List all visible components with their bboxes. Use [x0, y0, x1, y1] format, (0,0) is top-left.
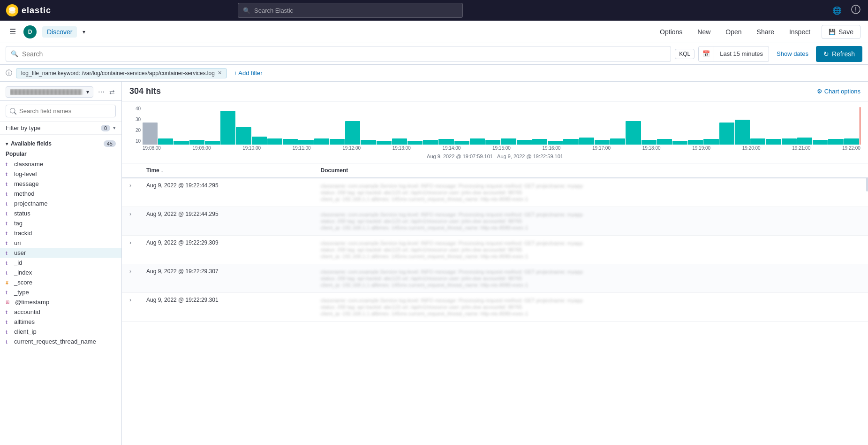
index-selector[interactable]: ██████████████████ ▾ — [6, 86, 93, 98]
field-trackid[interactable]: t trackid — [0, 228, 121, 238]
user-icon-button[interactable] — [849, 3, 862, 18]
kql-label: KQL — [679, 51, 690, 57]
field-uri[interactable]: t uri — [0, 238, 121, 248]
field-method[interactable]: t method — [0, 189, 121, 199]
available-fields-header: ▾ Available fields 45 — [0, 138, 121, 149]
filter-type-row: Filter by type 0 ▾ — [0, 122, 121, 135]
field-type-icon: t — [6, 161, 11, 167]
field-timestamp[interactable]: ⊞ @timestamp — [0, 297, 121, 307]
chart-bar — [750, 138, 765, 145]
table-area: Time ↓ Document ›Aug 9, 2022 @ 19:22:44.… — [122, 163, 868, 445]
filter-chip: log_file_name.keyword: /var/log/containe… — [16, 68, 227, 78]
field-alltimes[interactable]: t alltimes — [0, 317, 121, 327]
chart-y-label-30: 30 — [129, 117, 141, 122]
chart-bar — [392, 138, 407, 145]
filter-info-icon[interactable]: ⓘ — [6, 69, 12, 77]
add-filter-button[interactable]: + Add filter — [231, 69, 265, 77]
search-input[interactable] — [22, 50, 666, 58]
field-type-icon: t — [6, 329, 11, 335]
expand-row-button[interactable]: › — [129, 268, 131, 275]
kql-badge-button[interactable]: KQL — [675, 49, 694, 59]
new-button[interactable]: New — [694, 26, 714, 38]
globe-icon-button[interactable]: 🌐 — [830, 4, 844, 17]
discover-chevron-button[interactable]: ▾ — [83, 29, 85, 35]
filter-chip-close[interactable]: ✕ — [218, 70, 222, 76]
chart-bar — [423, 140, 438, 145]
field-_id[interactable]: t _id — [0, 258, 121, 268]
chart-bar — [532, 139, 547, 145]
expand-row-button[interactable]: › — [129, 239, 131, 246]
hamburger-button[interactable]: ☰ — [8, 25, 18, 38]
open-button[interactable]: Open — [722, 26, 745, 38]
discover-button[interactable]: Discover — [42, 26, 77, 38]
add-filter-label: + Add filter — [234, 69, 263, 77]
field-type-icon: t — [6, 211, 11, 216]
search-fields-input[interactable] — [6, 105, 116, 117]
chart-bar — [314, 138, 329, 145]
field-type-icon: t — [6, 309, 11, 315]
show-dates-button[interactable]: Show dates — [773, 50, 812, 57]
filter-type-count: 0 — [101, 125, 110, 131]
field-type-icon: t — [6, 260, 11, 266]
field-_score[interactable]: # _score — [0, 277, 121, 287]
chart-options-button[interactable]: ⚙ Chart options — [817, 88, 860, 95]
chart-bar — [626, 121, 641, 145]
elastic-logo: elastic — [6, 4, 51, 17]
chart-bar — [579, 138, 594, 145]
time-cell: Aug 9, 2022 @ 19:22:29.307 — [139, 264, 313, 293]
expand-row-button[interactable]: › — [129, 297, 131, 303]
time-cell: Aug 9, 2022 @ 19:22:44.295 — [139, 207, 313, 236]
filter-chip-text: log_file_name.keyword: /var/log/containe… — [21, 70, 215, 77]
field-classname[interactable]: t classname — [0, 159, 121, 169]
field-name: alltimes — [14, 318, 35, 325]
field-_type[interactable]: t _type — [0, 287, 121, 297]
refresh-button[interactable]: ↻ Refresh — [816, 46, 862, 62]
options-button[interactable]: Options — [656, 26, 686, 38]
sidebar-dots-button[interactable]: ⋯ — [97, 87, 106, 97]
field-type-icon: t — [6, 221, 11, 226]
content-area: 304 hits ⚙ Chart options 40 30 20 10 1 — [122, 82, 868, 445]
save-button[interactable]: 💾 Save — [822, 25, 860, 39]
field-log-level[interactable]: t log-level — [0, 169, 121, 179]
table-header-row: Time ↓ Document — [122, 163, 868, 178]
th-time[interactable]: Time ↓ — [139, 163, 313, 178]
global-search-bar[interactable]: 🔍 Search Elastic — [238, 3, 463, 18]
field-type-icon: t — [6, 201, 11, 207]
field-_index[interactable]: t _index — [0, 268, 121, 277]
field-current_request[interactable]: t current_request_thread_name — [0, 337, 121, 346]
table-row: ›Aug 9, 2022 @ 19:22:29.301classname: co… — [122, 293, 868, 322]
field-tag[interactable]: t tag — [0, 218, 121, 228]
chart-y-label-20: 20 — [129, 128, 141, 133]
field-message[interactable]: t message — [0, 179, 121, 189]
available-label-text: Available fields — [11, 140, 52, 147]
field-type-icon: t — [6, 319, 11, 325]
second-bar: ☰ D Discover ▾ Options New Open Share In… — [0, 21, 868, 43]
sidebar-collapse-button[interactable]: ⇄ — [108, 87, 116, 97]
field-type-icon: t — [6, 230, 11, 236]
field-type-icon: t — [6, 250, 11, 256]
th-expand — [122, 163, 139, 178]
chart-bar — [408, 141, 423, 145]
field-name: _index — [14, 269, 32, 276]
hamburger-icon: ☰ — [9, 28, 16, 36]
field-type-icon: t — [6, 171, 11, 177]
time-cell: Aug 9, 2022 @ 19:22:29.301 — [139, 293, 313, 322]
field-user[interactable]: t user — [0, 248, 121, 258]
field-client_ip[interactable]: t client_ip — [0, 327, 121, 337]
chart-bar — [377, 141, 392, 145]
time-picker[interactable]: 📅 Last 15 minutes — [698, 46, 769, 62]
field-accountid[interactable]: t accountid — [0, 307, 121, 317]
field-name: @timestamp — [15, 299, 49, 306]
share-button[interactable]: Share — [753, 26, 778, 38]
expand-row-button[interactable]: › — [129, 211, 131, 217]
field-name: _score — [14, 279, 32, 286]
field-projectname[interactable]: t projectname — [0, 199, 121, 208]
field-name: classname — [14, 161, 43, 168]
field-name: projectname — [14, 200, 48, 207]
chart-bar — [158, 138, 173, 145]
avatar-button[interactable]: D — [23, 25, 37, 38]
time-picker-icon[interactable]: 📅 — [699, 46, 714, 61]
inspect-button[interactable]: Inspect — [785, 26, 814, 38]
field-status[interactable]: t status — [0, 208, 121, 218]
expand-row-button[interactable]: › — [129, 182, 131, 189]
